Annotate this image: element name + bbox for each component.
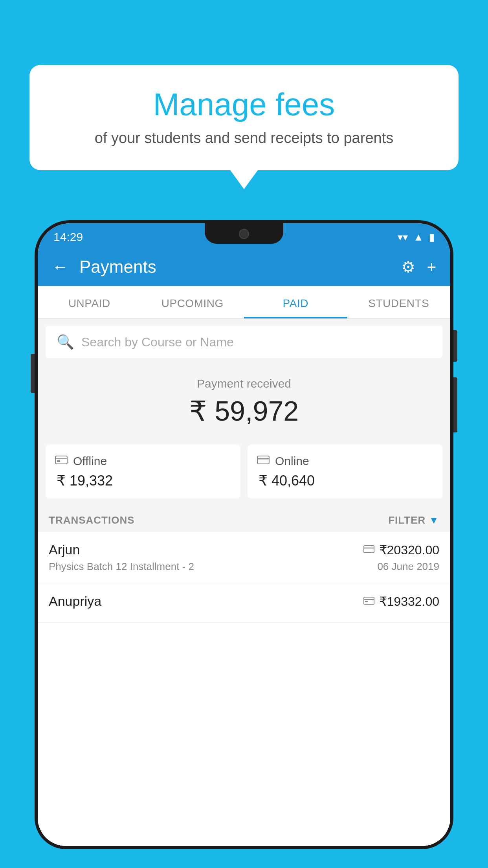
transaction-amount-1: ₹19332.00 — [363, 594, 439, 609]
svg-rect-0 — [55, 456, 67, 464]
filter-label: FILTER — [388, 514, 426, 526]
search-input[interactable]: Search by Course or Name — [81, 335, 234, 349]
transaction-list: Arjun ₹20320.00 — [38, 532, 450, 846]
app-bar: ← Payments ⚙ + — [38, 248, 450, 286]
svg-rect-3 — [257, 456, 269, 464]
filter-button[interactable]: FILTER ▼ — [388, 514, 439, 526]
offline-card-header: Offline — [55, 454, 231, 468]
transactions-label: TRANSACTIONS — [49, 514, 135, 526]
add-icon[interactable]: + — [427, 258, 436, 276]
status-icons: ▾▾ ▲ ▮ — [398, 231, 435, 243]
transaction-detail-0: Physics Batch 12 Installment - 2 — [49, 561, 194, 573]
payment-received-label: Payment received — [46, 377, 442, 390]
transaction-row1-1: Anupriya ₹19332.00 — [49, 594, 439, 609]
svg-rect-2 — [57, 460, 60, 462]
transactions-header: TRANSACTIONS FILTER ▼ — [38, 506, 450, 532]
phone-side-button-left — [31, 354, 35, 393]
transaction-name-1: Anupriya — [49, 594, 101, 609]
search-container[interactable]: 🔍 Search by Course or Name — [46, 326, 442, 358]
transaction-amount-value-1: ₹19332.00 — [379, 594, 439, 609]
speech-bubble: Manage fees of your students and send re… — [29, 65, 459, 170]
app-bar-title: Payments — [79, 257, 401, 277]
phone-camera — [239, 229, 249, 239]
payment-mode-icon-0 — [363, 544, 374, 556]
phone-notch — [205, 223, 283, 244]
phone-side-button-right-bot — [453, 377, 457, 432]
tab-students[interactable]: STUDENTS — [347, 286, 451, 318]
offline-payment-card: Offline ₹ 19,332 — [46, 445, 240, 498]
online-label: Online — [275, 454, 309, 468]
offline-amount: ₹ 19,332 — [55, 473, 231, 489]
svg-rect-9 — [365, 601, 368, 602]
tabs: UNPAID UPCOMING PAID STUDENTS — [38, 286, 450, 319]
transaction-row1-0: Arjun ₹20320.00 — [49, 542, 439, 557]
speech-bubble-title: Manage fees — [53, 86, 435, 123]
transaction-amount-0: ₹20320.00 — [363, 542, 439, 557]
transaction-date-0: 06 June 2019 — [377, 561, 439, 573]
tab-unpaid[interactable]: UNPAID — [38, 286, 141, 318]
online-icon — [257, 454, 270, 468]
phone-side-button-right-top — [453, 330, 457, 362]
transaction-amount-value-0: ₹20320.00 — [379, 542, 439, 557]
signal-icon: ▲ — [413, 231, 424, 243]
search-icon: 🔍 — [57, 334, 74, 350]
phone-screen: 14:29 ▾▾ ▲ ▮ ← Payments ⚙ + — [38, 223, 450, 846]
svg-rect-5 — [364, 546, 374, 553]
phone-frame: 14:29 ▾▾ ▲ ▮ ← Payments ⚙ + — [35, 220, 453, 849]
speech-bubble-subtitle: of your students and send receipts to pa… — [53, 130, 435, 147]
status-time: 14:29 — [53, 230, 83, 244]
transaction-item-0[interactable]: Arjun ₹20320.00 — [38, 532, 450, 583]
offline-icon — [55, 454, 68, 468]
back-button[interactable]: ← — [52, 257, 68, 276]
content-area: 🔍 Search by Course or Name Payment recei… — [38, 319, 450, 846]
tab-upcoming[interactable]: UPCOMING — [141, 286, 244, 318]
payment-total-amount: ₹ 59,972 — [46, 395, 442, 427]
online-amount: ₹ 40,640 — [257, 473, 433, 489]
svg-rect-7 — [364, 597, 374, 604]
online-payment-card: Online ₹ 40,640 — [248, 445, 442, 498]
transaction-name-0: Arjun — [49, 542, 80, 557]
app-bar-icons: ⚙ + — [401, 258, 436, 276]
settings-icon[interactable]: ⚙ — [401, 258, 415, 276]
transaction-item-1[interactable]: Anupriya ₹19332.00 — [38, 583, 450, 623]
offline-label: Offline — [73, 454, 107, 468]
transaction-row2-0: Physics Batch 12 Installment - 2 06 June… — [49, 561, 439, 573]
battery-icon: ▮ — [429, 231, 435, 243]
wifi-icon: ▾▾ — [398, 231, 408, 243]
filter-icon: ▼ — [429, 514, 439, 526]
payment-summary: Payment received ₹ 59,972 — [38, 365, 450, 445]
payment-mode-icon-1 — [363, 595, 374, 608]
phone-wrapper: 14:29 ▾▾ ▲ ▮ ← Payments ⚙ + — [35, 220, 453, 868]
payment-cards: Offline ₹ 19,332 Online — [38, 445, 450, 506]
tab-paid[interactable]: PAID — [244, 286, 347, 318]
online-card-header: Online — [257, 454, 433, 468]
